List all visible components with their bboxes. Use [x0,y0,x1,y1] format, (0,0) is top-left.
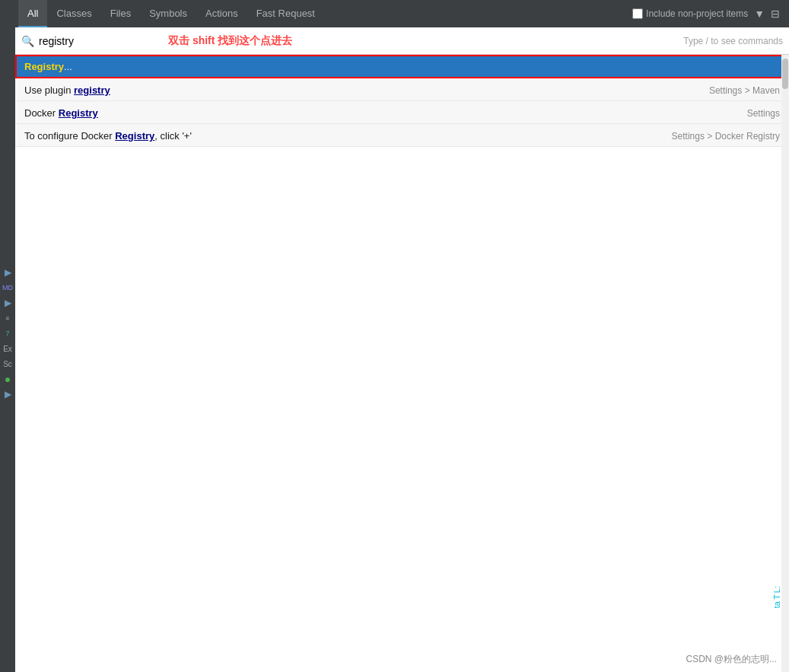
tab-symbols[interactable]: Symbols [140,0,196,27]
sidebar-icon-2: ≡ [2,312,14,324]
result-name-registry: Registry... [24,61,72,72]
result-name-docker: Docker Registry [24,107,98,119]
right-scrollbar[interactable] [781,55,789,672]
include-non-project: Include non-project items [632,8,748,19]
plugin-registry-highlight: registry [74,84,110,96]
sidebar-icon-ex[interactable]: Ex [2,342,14,355]
bottom-watermark: CSDN @粉色的志明... [686,653,777,666]
right-label-l: L: [772,586,781,593]
right-sidebar-strip: L: T ta [772,586,781,608]
tabs-bar: All Classes Files Symbols Actions Fast R… [15,0,789,27]
sidebar-arrow-1[interactable]: ▶ [2,266,14,279]
result-row-left-2: Use plugin registry [24,84,110,96]
tab-all[interactable]: All [18,0,47,27]
result-name-plugin: Use plugin registry [24,84,110,96]
scrollbar-thumb[interactable] [782,59,788,89]
sidebar-icon-green: ● [2,373,14,385]
sidebar-arrow-2[interactable]: ▶ [2,297,14,309]
result-location-configure: Settings > Docker Registry [672,131,780,142]
search-type-hint: Type / to see commands [683,36,783,46]
main-container: ▶ MD ▶ ≡ 7 Ex Sc ● ▶ All Classes Files S… [0,0,789,672]
result-row-plugin-registry[interactable]: Use plugin registry Settings > Maven [15,78,789,101]
include-label: Include non-project items [646,8,748,19]
right-label-ta: ta [772,601,781,608]
sidebar-arrow-3[interactable]: ▶ [2,388,14,400]
search-hint: 双击 shift 找到这个点进去 [168,34,292,48]
filter-icon[interactable]: ▼ [754,8,765,20]
configure-registry-highlight: Registry [115,130,154,142]
result-location-plugin: Settings > Maven [709,85,780,96]
result-row-left: Registry... [24,61,72,72]
include-checkbox[interactable] [632,8,643,19]
registry-highlight: Registry [24,61,64,72]
right-label-t: T [772,594,781,600]
result-row-left-4: To configure Docker Registry, click '+' [24,130,192,142]
search-icon: 🔍 [21,35,34,47]
tab-fast-request[interactable]: Fast Request [247,0,324,27]
result-row-registry-selected[interactable]: Registry... [15,55,789,78]
tabs-right: Include non-project items ▼ ⊟ [632,8,786,20]
tab-classes[interactable]: Classes [47,0,100,27]
search-bar: 🔍 双击 shift 找到这个点进去 Type / to see command… [15,27,789,55]
sidebar-icon-sc[interactable]: Sc [2,358,14,370]
content-area: All Classes Files Symbols Actions Fast R… [15,0,789,672]
result-name-configure: To configure Docker Registry, click '+' [24,130,192,142]
sidebar-icon-1: MD [2,282,14,294]
results-area: Registry... Use plugin registry Settings… [15,55,789,672]
result-row-configure-registry[interactable]: To configure Docker Registry, click '+' … [15,124,789,147]
result-row-docker-registry[interactable]: Docker Registry Settings [15,101,789,124]
search-input[interactable] [39,35,153,47]
result-location-docker: Settings [747,108,780,119]
tab-files[interactable]: Files [101,0,140,27]
layout-icon[interactable]: ⊟ [771,8,780,20]
result-row-left-3: Docker Registry [24,107,98,119]
tab-actions[interactable]: Actions [196,0,247,27]
left-sidebar: ▶ MD ▶ ≡ 7 Ex Sc ● ▶ [0,0,15,672]
docker-registry-highlight: Registry [59,107,98,119]
sidebar-icon-3: 7 [2,327,14,339]
